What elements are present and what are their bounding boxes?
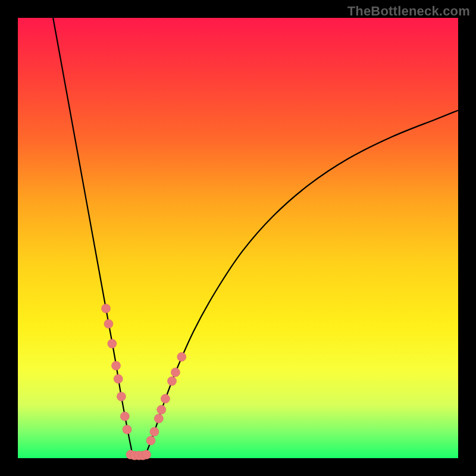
data-point <box>150 427 159 436</box>
scatter-left <box>102 304 132 434</box>
data-point <box>177 352 186 361</box>
scatter-base <box>126 450 151 460</box>
chart-stage: TheBottleneck.com <box>0 0 476 476</box>
chart-overlay <box>18 18 458 458</box>
data-point <box>120 412 129 421</box>
watermark-text: TheBottleneck.com <box>347 4 470 19</box>
data-point <box>146 436 155 445</box>
data-point <box>104 320 113 328</box>
data-point <box>171 368 180 377</box>
data-point <box>168 377 177 386</box>
scatter-right <box>146 352 186 445</box>
data-point <box>161 394 170 403</box>
data-point <box>102 304 111 313</box>
data-point <box>123 425 131 434</box>
data-point <box>114 374 123 383</box>
data-point <box>117 392 126 401</box>
data-point <box>157 405 166 414</box>
data-point <box>112 361 121 370</box>
data-point <box>154 414 163 423</box>
data-point <box>142 450 151 459</box>
right-curve <box>145 110 458 458</box>
data-point <box>108 339 117 348</box>
